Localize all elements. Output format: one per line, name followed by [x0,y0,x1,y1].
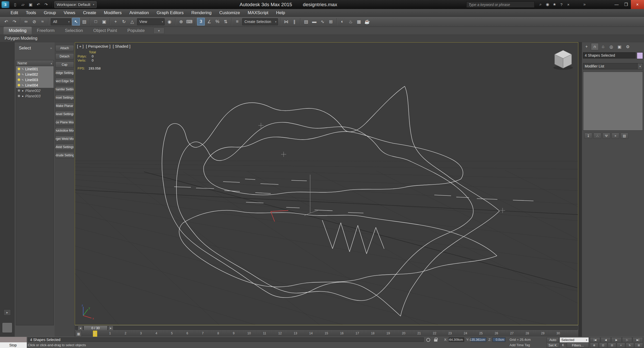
tool-button-cap[interactable]: Cap [55,62,74,68]
menu-animation[interactable]: Animation [125,10,153,15]
favorites-icon[interactable]: ★ [551,1,558,8]
spline-curve[interactable] [162,86,499,316]
tool-button-makeplanar[interactable]: Make Planar [55,103,74,109]
tab-objectpaint[interactable]: Object Paint [88,27,122,35]
menu-customize[interactable]: Customize [215,10,244,15]
max-logo-icon[interactable]: 3 [2,1,9,8]
viewport-canvas[interactable]: x y z [75,43,578,325]
modifier-list-dropdown[interactable]: Modifier List ▾ [583,63,643,69]
visibility-bulb-icon[interactable] [18,79,20,81]
modify-tab[interactable]: ∩ [591,43,599,50]
object-name-field[interactable]: 4 Shapes Selected [583,52,636,58]
keyboard-override-icon[interactable]: ⌨ [185,18,193,26]
snaps-toggle-icon[interactable]: 3 [197,18,205,26]
tab-freeform[interactable]: Freeform [32,27,60,35]
rail-expand-arrow-icon[interactable]: ▸ [4,309,11,316]
tool-button-rgetweldmo[interactable]: rget Weld Mo [55,136,74,142]
open-mini-trackbar-icon[interactable]: ▦ [75,331,82,337]
tool-button-bevelsettings[interactable]: Bevel Settings [55,111,74,117]
render-setup-icon[interactable]: ♨ [347,18,354,26]
menu-tools[interactable]: Tools [22,10,40,15]
ribbon-display-toggle-icon[interactable]: ▾ [154,28,164,34]
scene-list-header[interactable]: Name ▴ [16,60,54,66]
menu-create[interactable]: Create [79,10,100,15]
select-by-name-icon[interactable]: ▤ [80,18,88,26]
list-item[interactable]: ●Plane002 [16,88,54,93]
z-coordinate-field[interactable]: 0.0cm [493,337,505,342]
window-crossing-icon[interactable]: ▣ [100,18,108,26]
menu-rendering[interactable]: Rendering [188,10,215,15]
list-item[interactable]: ∿Line002 [16,72,54,77]
select-and-manipulate-icon[interactable]: ⊕ [177,18,185,26]
tool-button-quickslicemod[interactable]: Quickslice Mod [55,128,74,134]
orbit-icon[interactable]: ↻ [626,343,634,348]
maxscript-mini-listener[interactable]: Stop [0,342,27,348]
spline-wireframes[interactable] [162,86,499,316]
rendered-frame-window-icon[interactable]: ▦ [355,18,363,26]
tool-button-detach[interactable]: Detach [55,53,74,60]
new-file-icon[interactable]: ▯ [11,1,19,8]
curve-editor-icon[interactable]: ∿ [319,18,326,26]
zoom-region-icon[interactable]: ⊟ [608,343,616,348]
select-panel-expand-icon[interactable]: » [50,46,52,50]
tool-button-attach[interactable]: Attach [55,45,74,51]
rail-panel-button[interactable] [2,322,12,333]
next-key-arrow-icon[interactable]: ► [108,326,113,330]
key-filters-button[interactable]: Filters... [567,343,589,348]
object-color-swatch[interactable] [637,52,643,59]
search-icon[interactable]: ⌕ [537,1,544,8]
viewport-shading-label[interactable]: [ Shaded ] [113,44,130,48]
go-to-start-button[interactable]: |◀ [590,337,600,343]
viewcube[interactable] [553,50,573,70]
schematic-view-icon[interactable]: ⊞ [327,18,335,26]
save-file-icon[interactable]: ▣ [27,1,35,8]
zoom-icon[interactable]: ⊕ [590,343,598,348]
select-and-link-icon[interactable]: ∞ [22,18,30,26]
time-slider-track[interactable] [75,326,578,330]
list-item[interactable]: ●Plane003 [16,93,54,99]
reference-coordinate-dropdown[interactable]: View▾ [137,18,165,25]
configure-modifier-sets-button[interactable]: ▤ [621,133,628,139]
previous-key-arrow-icon[interactable]: ◄ [78,326,83,330]
tool-button-insetsettings[interactable]: Inset Settings [55,95,74,101]
selection-filter-dropdown[interactable]: All▾ [51,18,71,25]
material-editor-icon[interactable]: ◐ [338,18,346,26]
minimize-button[interactable]: — [612,0,621,9]
hierarchy-tab[interactable]: ⌂ [599,43,607,50]
menu-maxscript[interactable]: MAXScript [244,10,272,15]
unlink-selection-icon[interactable]: ⊘ [30,18,38,26]
auto-key-button[interactable]: Auto [547,337,559,343]
tool-button-bridgesettings[interactable]: Bridge Settings [55,70,74,76]
isolate-selection-icon[interactable] [425,337,431,342]
time-slider-handle[interactable]: 0 / 30 [83,326,108,330]
open-file-icon[interactable]: ▱ [19,1,27,8]
zoom-extents-icon[interactable]: ⊡ [599,343,607,348]
visibility-bulb-icon[interactable] [18,73,20,75]
show-end-result-button[interactable]: ∴ [594,133,601,139]
pan-icon[interactable]: + [617,343,625,348]
visibility-bulb-icon[interactable] [18,68,20,70]
tool-button-nectedgeset[interactable]: nect Edge Set [55,78,74,84]
menu-modifiers[interactable]: Modifiers [100,10,125,15]
set-key-filter-dropdown[interactable]: Selected ▾ [560,337,589,343]
sort-arrow-icon[interactable]: ▴ [51,62,52,65]
x-coordinate-field[interactable]: -64.309cm [449,337,464,342]
tool-button-weldsettings[interactable]: Weld Settings [55,144,74,150]
add-time-tag[interactable]: Add Time Tag [510,343,530,347]
tab-populate[interactable]: Populate [122,27,150,35]
a360-icon[interactable]: × [565,1,572,8]
visibility-bulb-icon[interactable] [18,84,20,86]
search-input[interactable] [466,1,535,8]
align-icon[interactable]: ∥ [291,18,298,26]
remove-modifier-button[interactable]: × [612,133,619,139]
percent-snap-icon[interactable]: % [214,18,221,26]
undo-icon[interactable]: ↶ [2,18,10,26]
visibility-bulb-icon[interactable] [18,89,20,92]
redo-icon[interactable]: ↷ [42,1,50,8]
mirror-icon[interactable]: ⋈ [282,18,290,26]
create-tab[interactable]: + [583,43,590,50]
go-to-end-button[interactable]: ▶| [633,337,643,343]
redo-icon[interactable]: ↷ [11,18,18,26]
render-production-icon[interactable]: ☕ [363,18,371,26]
overflow-chevron-icon[interactable]: » [582,1,587,8]
